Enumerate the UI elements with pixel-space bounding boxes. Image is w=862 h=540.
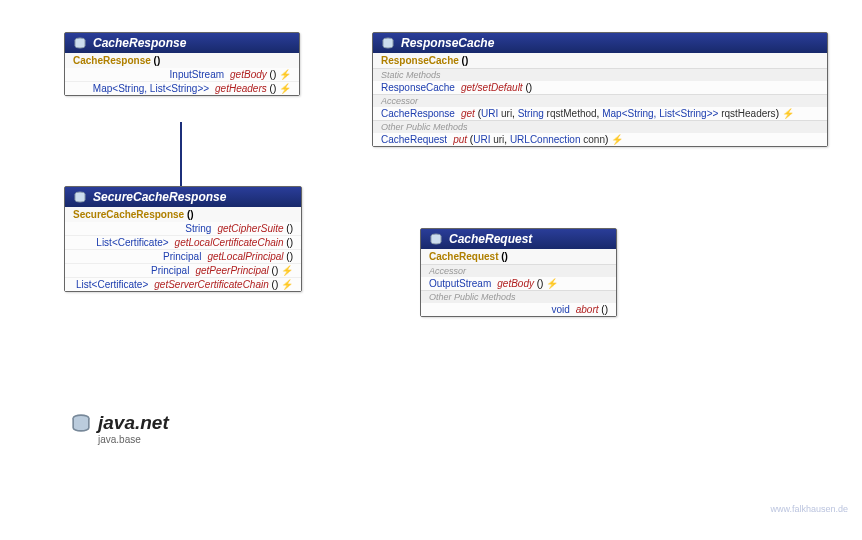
class-cacheresponse: CacheResponse CacheResponse () InputStre… bbox=[64, 32, 300, 96]
class-header: CacheResponse bbox=[65, 33, 299, 53]
method-getciphersuite: String getCipherSuite () bbox=[65, 222, 301, 235]
class-title: CacheResponse bbox=[93, 36, 186, 50]
section-accessor: Accessor bbox=[373, 94, 827, 107]
section-other: Other Public Methods bbox=[373, 120, 827, 133]
class-cacherequest: CacheRequest CacheRequest () Accessor Ou… bbox=[420, 228, 617, 317]
section-static: Static Methods bbox=[373, 68, 827, 81]
method-getservercertchain: List<Certificate> getServerCertificateCh… bbox=[65, 277, 301, 291]
method-getsetdefault: ResponseCache get/setDefault () bbox=[373, 81, 827, 94]
package-label: java.net java.base bbox=[70, 412, 169, 445]
package-name: java.net bbox=[98, 412, 169, 434]
class-securecacheresponse: SecureCacheResponse SecureCacheResponse … bbox=[64, 186, 302, 292]
class-header: CacheRequest bbox=[421, 229, 616, 249]
constructor: SecureCacheResponse () bbox=[65, 207, 301, 222]
class-header: ResponseCache bbox=[373, 33, 827, 53]
package-icon bbox=[70, 412, 92, 434]
section-other: Other Public Methods bbox=[421, 290, 616, 303]
method-abort: void abort () bbox=[421, 303, 616, 316]
class-header: SecureCacheResponse bbox=[65, 187, 301, 207]
section-accessor: Accessor bbox=[421, 264, 616, 277]
class-title: ResponseCache bbox=[401, 36, 494, 50]
method-getbody: InputStream getBody () ⚡ bbox=[65, 68, 299, 81]
inheritance-connector bbox=[180, 122, 182, 186]
class-icon bbox=[429, 232, 443, 246]
constructor: CacheRequest () bbox=[421, 249, 616, 264]
method-put: CacheRequest put (URI uri, URLConnection… bbox=[373, 133, 827, 146]
class-icon bbox=[381, 36, 395, 50]
constructor: ResponseCache () bbox=[373, 53, 827, 68]
constructor: CacheResponse () bbox=[65, 53, 299, 68]
class-title: SecureCacheResponse bbox=[93, 190, 226, 204]
credit-link[interactable]: www.falkhausen.de bbox=[770, 504, 848, 514]
module-name: java.base bbox=[98, 434, 169, 445]
class-responsecache: ResponseCache ResponseCache () Static Me… bbox=[372, 32, 828, 147]
method-getpeerprincipal: Principal getPeerPrincipal () ⚡ bbox=[65, 263, 301, 277]
method-getheaders: Map<String, List<String>> getHeaders () … bbox=[65, 81, 299, 95]
method-getbody: OutputStream getBody () ⚡ bbox=[421, 277, 616, 290]
method-getlocalcertchain: List<Certificate> getLocalCertificateCha… bbox=[65, 235, 301, 249]
method-get: CacheResponse get (URI uri, String rqstM… bbox=[373, 107, 827, 120]
class-icon bbox=[73, 190, 87, 204]
method-getlocalprincipal: Principal getLocalPrincipal () bbox=[65, 249, 301, 263]
class-title: CacheRequest bbox=[449, 232, 532, 246]
class-icon bbox=[73, 36, 87, 50]
